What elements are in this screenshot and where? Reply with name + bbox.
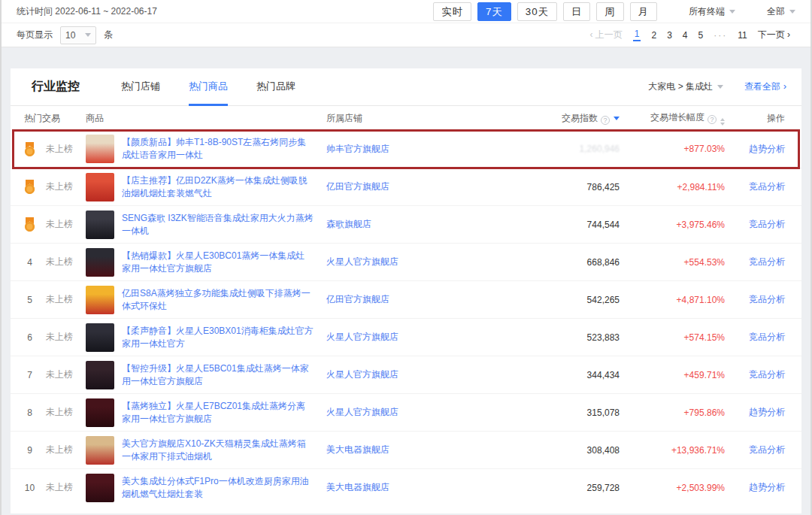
store-link[interactable]: 火星人官方旗舰店	[326, 369, 398, 380]
time-button-month[interactable]: 月	[630, 2, 657, 21]
time-button-day[interactable]: 日	[563, 2, 590, 21]
industry-monitor-panel: 行业监控 热门店铺 热门商品 热门品牌 大家电 > 集成灶 查看全部 热门交易 …	[11, 68, 801, 513]
analysis-link[interactable]: 趋势分析	[749, 407, 785, 417]
product-thumbnail[interactable]	[86, 248, 114, 277]
analysis-link[interactable]: 竞品分析	[749, 444, 785, 455]
product-thumbnail[interactable]	[86, 323, 114, 352]
analysis-link[interactable]: 竞品分析	[749, 369, 785, 380]
product-thumbnail[interactable]	[86, 474, 114, 502]
page-button-4[interactable]: 4	[683, 30, 688, 41]
table-row: 10 未上榜 美大集成灶分体式F1Pro一体机改造厨房家用油烟机燃气灶烟灶套装 …	[11, 468, 801, 506]
trade-index-value: 523,883	[587, 332, 620, 343]
rank-status-label: 未上榜	[46, 293, 73, 306]
store-link[interactable]: 亿田官方旗舰店	[326, 294, 389, 304]
store-link[interactable]: 美大电器旗舰店	[326, 482, 389, 492]
product-thumbnail[interactable]	[86, 173, 114, 201]
sort-desc-icon[interactable]	[614, 117, 620, 120]
rank-status-label: 未上榜	[46, 218, 73, 231]
analysis-link[interactable]: 竞品分析	[749, 181, 785, 192]
header-action: 操作	[725, 112, 801, 125]
store-link[interactable]: 火星人官方旗舰店	[326, 256, 398, 267]
product-link[interactable]: 【智控升级】火星人E5BC01集成灶蒸烤一体家用一体灶官方旗舰店	[122, 362, 314, 388]
per-page-select[interactable]: 10	[60, 26, 96, 44]
trade-index-value: 1,260,946	[580, 144, 620, 154]
view-all-link[interactable]: 查看全部	[744, 80, 786, 93]
rank-status-label: 未上榜	[46, 256, 73, 268]
time-button-7days[interactable]: 7天	[477, 2, 511, 21]
product-link[interactable]: 【柔声静音】火星人E30BX01消毒柜集成灶官方家用一体灶官方	[122, 325, 314, 350]
header-index[interactable]: 交易指数?	[507, 112, 620, 125]
tab-hot-brands[interactable]: 热门品牌	[256, 68, 295, 106]
growth-value: +795.86%	[684, 407, 725, 418]
product-link[interactable]: 【热销爆款】火星人E30BC01蒸烤一体集成灶家用一体灶官方旗舰店	[122, 250, 314, 275]
product-thumbnail[interactable]	[86, 361, 114, 389]
product-link[interactable]: 美大官方旗舰店X10-ZK天猫精灵集成灶蒸烤箱一体家用下排式油烟机	[122, 438, 314, 463]
index-cell: 344,434	[507, 370, 620, 380]
analysis-link[interactable]: 竞品分析	[749, 256, 785, 267]
product-link[interactable]: SENG森歌 I3ZK智能语音集成灶家用大火力蒸烤一体机	[122, 212, 314, 238]
tab-hot-shops[interactable]: 热门店铺	[121, 68, 160, 106]
rank-cell: 未上榜	[11, 142, 86, 156]
store-cell: 火星人官方旗舰店	[326, 406, 507, 419]
page-button-1[interactable]: 1	[633, 29, 641, 41]
breadcrumb: 大家电 > 集成灶	[648, 80, 713, 93]
page-button-11[interactable]: 11	[738, 30, 747, 41]
product-link[interactable]: 亿田S8A蒸烤独立多功能集成灶侧吸下排蒸烤一体式环保灶	[122, 287, 314, 313]
header-product: 商品	[86, 112, 326, 125]
rank-cell: 8 未上榜	[11, 406, 86, 419]
page-button-2[interactable]: 2	[651, 30, 656, 41]
index-cell: 523,883	[507, 332, 620, 343]
product-thumbnail[interactable]	[86, 398, 114, 427]
terminal-dropdown-value: 所有终端	[689, 5, 725, 18]
analysis-link[interactable]: 趋势分析	[749, 144, 785, 154]
next-page-button[interactable]: 下一页	[758, 29, 790, 41]
store-link[interactable]: 森歌旗舰店	[326, 219, 371, 229]
index-cell: 744,544	[507, 220, 620, 230]
store-link[interactable]: 美大电器旗舰店	[326, 444, 389, 455]
product-thumbnail[interactable]	[86, 135, 114, 163]
product-thumbnail[interactable]	[86, 286, 114, 314]
product-cell: 美大官方旗舰店X10-ZK天猫精灵集成灶蒸烤箱一体家用下排式油烟机	[86, 436, 326, 465]
growth-cell: +795.86%	[620, 407, 725, 418]
store-cell: 森歌旗舰店	[326, 218, 507, 231]
store-link[interactable]: 亿田官方旗舰店	[326, 181, 389, 192]
growth-cell: +2,503.99%	[620, 483, 725, 493]
help-icon[interactable]: ?	[601, 116, 610, 125]
rank-number: 7	[24, 370, 35, 380]
category-dropdown[interactable]: 大家电 > 集成灶	[648, 80, 723, 93]
rank-cell: 未上榜	[11, 217, 86, 232]
store-cell: 火星人官方旗舰店	[326, 368, 507, 381]
rank-cell: 10 未上榜	[11, 481, 86, 494]
header-store: 所属店铺	[326, 112, 507, 125]
prev-page-button[interactable]: 上一页	[589, 29, 622, 41]
product-link[interactable]: 【颜质新品】帅丰T1-8B-90ST左蒸右烤同步集成灶语音家用一体灶	[122, 136, 314, 162]
analysis-link[interactable]: 趋势分析	[749, 482, 785, 492]
page-button-3[interactable]: 3	[667, 30, 672, 41]
product-link[interactable]: 【店主推荐】亿田D2ZK蒸烤一体集成灶侧吸脱油烟机烟灶套装燃气灶	[122, 174, 314, 200]
index-cell: 668,846	[507, 257, 620, 268]
trade-index-value: 668,846	[587, 257, 620, 268]
help-icon[interactable]: ?	[707, 115, 717, 124]
page-ellipsis[interactable]: ···	[714, 30, 727, 41]
time-button-week[interactable]: 周	[596, 2, 623, 21]
growth-value: +3,975.46%	[677, 220, 725, 230]
product-link[interactable]: 美大集成灶分体式F1Pro一体机改造厨房家用油烟机燃气灶烟灶套装	[122, 475, 314, 501]
analysis-link[interactable]: 竞品分析	[749, 219, 785, 229]
store-link[interactable]: 火星人官方旗舰店	[326, 407, 398, 417]
product-thumbnail[interactable]	[86, 436, 114, 465]
terminal-dropdown[interactable]: 所有终端	[689, 5, 735, 18]
store-link[interactable]: 帅丰官方旗舰店	[326, 144, 389, 154]
store-link[interactable]: 火星人官方旗舰店	[326, 332, 398, 342]
page-button-5[interactable]: 5	[698, 30, 704, 41]
header-growth[interactable]: 交易增长幅度?	[620, 111, 725, 126]
time-button-30days[interactable]: 30天	[517, 2, 557, 21]
product-link[interactable]: 【蒸烤独立】火星人E7BCZ01集成灶蒸烤分离家用一体灶官方旗舰店	[122, 400, 314, 426]
time-button-realtime[interactable]: 实时	[433, 2, 471, 21]
tab-hot-products[interactable]: 热门商品	[189, 68, 228, 106]
analysis-link[interactable]: 竞品分析	[749, 332, 785, 342]
scope-dropdown[interactable]: 全部	[767, 5, 795, 18]
trade-index-value: 542,265	[587, 295, 620, 305]
store-cell: 亿田官方旗舰店	[326, 180, 507, 193]
product-thumbnail[interactable]	[86, 211, 114, 239]
analysis-link[interactable]: 竞品分析	[749, 294, 785, 304]
